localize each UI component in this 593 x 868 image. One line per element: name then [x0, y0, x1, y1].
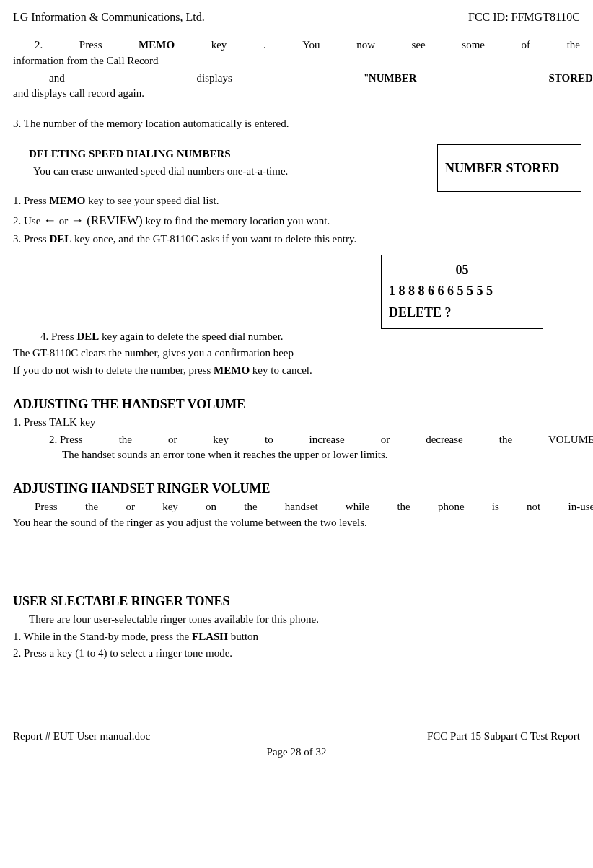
header-left: LG Information & Communications, Ltd. [13, 9, 205, 25]
text: MEMO [214, 364, 250, 376]
text: 2. Press [49, 432, 83, 448]
text: 4. Press [40, 330, 76, 342]
page-number: Page 28 of 32 [13, 745, 580, 760]
text: STORED" [548, 71, 593, 87]
text: the [85, 499, 98, 515]
text: 2. Use [13, 215, 43, 227]
text: You [302, 38, 320, 53]
text: on [206, 499, 216, 515]
text: MEMO [49, 195, 85, 206]
ring-line-2: You hear the sound of the ringer as you … [13, 515, 580, 531]
text: Press [35, 499, 58, 515]
text: Press [79, 38, 102, 53]
text: button [228, 631, 258, 642]
del-step-2: 2. Use ← or → (REVIEW) key to find the m… [13, 211, 580, 230]
text: "NUMBER [364, 71, 417, 87]
text: FLASH [192, 631, 228, 642]
text: (REVIEW) [84, 214, 143, 227]
del-followup-2: If you do not wish to delete the number,… [13, 363, 580, 379]
text: key to find the memory location you want… [143, 215, 330, 227]
del-followup-1: The GT-8110C clears the number, gives yo… [13, 346, 580, 361]
step-2-line1: 2. Press MEMO key . You now see some of … [35, 38, 580, 53]
text: 1. While in the Stand-by mode, press the [13, 631, 192, 642]
text: . [263, 38, 266, 53]
page-header: LG Information & Communications, Ltd. FC… [13, 9, 580, 27]
text: of [522, 38, 531, 53]
arrow-right-icon: → [71, 213, 84, 227]
text: the [499, 432, 512, 448]
text: in-use. [568, 499, 593, 515]
box-line-1: 05 [389, 260, 535, 281]
text: and [49, 71, 65, 87]
text: to [265, 432, 273, 448]
header-right: FCC ID: FFMGT8110C [468, 9, 580, 25]
del-step-4: 4. Press DEL key again to delete the spe… [40, 329, 580, 345]
tones-step-2: 2. Press a key (1 to 4) to select a ring… [13, 646, 580, 662]
text: the [119, 432, 132, 448]
text: If you do not wish to delete the number,… [13, 364, 214, 376]
text: DEL [76, 330, 99, 342]
display-box-delete: 05 1 8 8 8 6 6 6 5 5 5 5 DELETE ? [381, 255, 543, 329]
del-step-3: 3. Press DEL key once, and the GT-8110C … [13, 232, 580, 247]
tones-intro: There are four user-selectable ringer to… [29, 612, 580, 628]
text: key again to delete the speed dial numbe… [99, 330, 283, 342]
text: the [397, 499, 410, 515]
heading-ringer-tones: USER SLECTABLE RINGER TONES [13, 592, 580, 610]
text: now [356, 38, 375, 53]
text: key once, and the GT-8110C asks if you w… [71, 233, 356, 245]
text: or [56, 215, 71, 227]
arrow-left-icon: ← [43, 213, 56, 227]
del-step-1: 1. Press MEMO key to see your speed dial… [13, 193, 580, 209]
display-box-number-stored: NUMBER STORED [437, 144, 581, 192]
text: DEL [49, 233, 71, 245]
text: 3. Press [13, 233, 49, 245]
step-2-line3: and displays "NUMBER STORED" [49, 71, 593, 87]
text: key to cancel. [250, 364, 312, 376]
text: key [213, 432, 229, 448]
step-2-line2: information from the Call Record [13, 53, 580, 69]
text: while [346, 499, 369, 515]
text: key [211, 38, 227, 53]
vol-step-2: 2. Press the or key to increase or decre… [49, 432, 593, 448]
text: or [381, 432, 390, 448]
text: some [462, 38, 485, 53]
text: decrease [426, 432, 463, 448]
text: phone [438, 499, 465, 515]
text: displays [197, 71, 232, 87]
text: or [126, 499, 135, 515]
text: not [527, 499, 540, 515]
text: key [162, 499, 178, 515]
box-line-3: DELETE ? [389, 305, 452, 320]
vol-note: The handset sounds an error tone when it… [62, 447, 580, 463]
text: 1. Press [13, 195, 49, 206]
page-footer: Report # EUT User manual.doc FCC Part 15… [13, 727, 580, 745]
box-line-2: 1 8 8 8 6 6 6 5 5 5 5 [389, 284, 493, 298]
heading-handset-volume: ADJUSTING THE HANDSET VOLUME [13, 395, 580, 413]
step-2-line4: and displays call record again. [13, 86, 580, 102]
footer-left: Report # EUT User manual.doc [13, 729, 150, 745]
text: 2. [35, 38, 43, 53]
text: the [244, 499, 257, 515]
text: is [492, 499, 499, 515]
box-text: NUMBER STORED [445, 159, 559, 177]
text: handset [285, 499, 318, 515]
content: NUMBER STORED 2. Press MEMO key . You no… [13, 38, 580, 662]
vol-step-1: 1. Press TALK key [13, 415, 580, 431]
ring-line-1: Press the or key on the handset while th… [35, 499, 593, 515]
text: increase [309, 432, 345, 448]
text: MEMO [139, 38, 175, 53]
text: see [412, 38, 426, 53]
text: or [168, 432, 177, 448]
tones-step-1: 1. While in the Stand-by mode, press the… [13, 629, 580, 645]
heading-ringer-volume: ADJUSTING HANDSET RINGER VOLUME [13, 479, 580, 498]
footer-right: FCC Part 15 Subpart C Test Report [427, 729, 580, 745]
text: VOLUME. [548, 432, 593, 448]
text: the [567, 38, 580, 53]
step-3: 3. The number of the memory location aut… [13, 116, 580, 132]
text: key to see your speed dial list. [85, 195, 219, 206]
